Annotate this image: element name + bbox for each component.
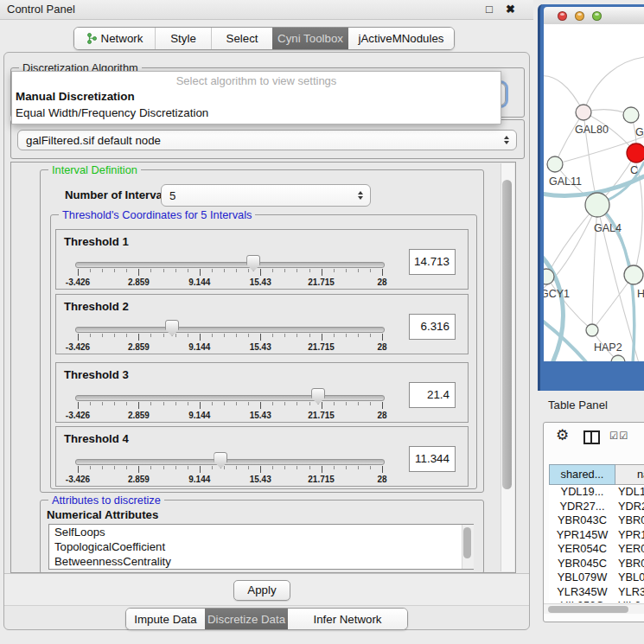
threshold-slider[interactable]: -3.4262.8599.14415.4321.71528 xyxy=(75,387,385,420)
column-header-name[interactable]: na xyxy=(615,464,644,485)
interval-definition-title: Interval Definition xyxy=(48,163,141,176)
spinner-arrows-icon[interactable] xyxy=(504,136,509,144)
table-rows: YDL19...YDL1YDR27...YDR2YBR043CYBR0YPR14… xyxy=(549,485,644,603)
table-row[interactable]: YBR043CYBR0 xyxy=(549,513,644,528)
network-node-label: GA xyxy=(635,126,644,138)
tab-label: Discretize Data xyxy=(207,613,285,626)
zoom-traffic-light-icon[interactable] xyxy=(592,11,602,21)
threshold-value-field[interactable]: 6.316 xyxy=(409,314,456,340)
tab-select[interactable]: Select xyxy=(211,28,272,49)
tab-label: Cyni Toolbox xyxy=(277,32,343,45)
bottom-tab-bar: Impute Data Discretize Data Infer Networ… xyxy=(125,608,408,630)
threshold-value-field[interactable]: 21.4 xyxy=(409,382,456,408)
slider-track[interactable] xyxy=(75,327,385,333)
attribute-list-item[interactable]: SelfLoops xyxy=(49,525,473,539)
slider-tick-labels: -3.4262.8599.14415.4321.71528 xyxy=(78,475,382,484)
spinner-arrows-icon[interactable] xyxy=(358,191,363,200)
tab-jactivemnodules[interactable]: jActiveMNodules xyxy=(348,28,454,49)
threshold-panel-1: Threshold 1 -3.4262.8599.14415.4321.7152… xyxy=(55,229,469,290)
table-row[interactable]: YIL052CYIL0 xyxy=(549,599,644,603)
network-node[interactable] xyxy=(627,143,644,163)
table-row[interactable]: YLR345WYLR3 xyxy=(549,585,644,600)
divider xyxy=(4,605,529,606)
slider-ticks xyxy=(78,269,382,276)
minimize-traffic-light-icon[interactable] xyxy=(575,11,584,21)
network-node[interactable] xyxy=(544,269,554,284)
table-row[interactable]: YDR27...YDR2 xyxy=(549,500,644,514)
threshold-value-field[interactable]: 11.344 xyxy=(409,446,456,472)
control-panel-titlebar: Control Panel □ ✖ xyxy=(0,0,533,20)
tab-label: Network xyxy=(101,32,143,45)
dropdown-option-equal-width[interactable]: Equal Width/Frequency Discretization xyxy=(12,105,501,121)
tab-network[interactable]: Network xyxy=(74,28,155,49)
number-of-intervals-combobox[interactable]: 5 xyxy=(161,184,371,207)
number-of-intervals-label: Number of Intervals xyxy=(65,188,172,201)
attributes-section-title: Attributes to discretize xyxy=(48,494,164,507)
threshold-slider[interactable]: -3.4262.8599.14415.4321.71528 xyxy=(75,254,385,287)
dropdown-option-manual[interactable]: Manual Discretization xyxy=(12,88,501,105)
threshold-panel-2: Threshold 2 -3.4262.8599.14415.4321.7152… xyxy=(55,294,469,354)
numerical-attributes-list[interactable]: SelfLoopsTopologicalCoefficientBetweenne… xyxy=(48,524,474,570)
attribute-list-item[interactable]: BetweennessCentrality xyxy=(49,554,473,569)
horizontal-scrollbar[interactable] xyxy=(544,603,644,614)
tab-label: Impute Data xyxy=(134,613,196,626)
close-traffic-light-icon[interactable] xyxy=(558,11,567,21)
network-node[interactable] xyxy=(624,265,643,284)
table-panel-title: Table Panel xyxy=(548,399,608,411)
slider-track[interactable] xyxy=(75,459,385,465)
screen: Control Panel □ ✖ Network Style Select xyxy=(0,0,644,644)
list-scrollbar-thumb[interactable] xyxy=(463,527,471,558)
network-node[interactable] xyxy=(623,107,639,123)
slider-track[interactable] xyxy=(75,395,385,401)
attribute-list-item[interactable]: TopologicalCoefficient xyxy=(49,539,473,554)
slider-ticks xyxy=(78,334,382,341)
network-node[interactable] xyxy=(585,193,609,217)
table-data-combobox[interactable]: galFiltered.sif default node xyxy=(17,130,517,150)
checkboxes-icon[interactable]: ☑☑ xyxy=(609,430,629,442)
threshold-value-field[interactable]: 14.713 xyxy=(409,249,456,275)
tab-discretize-data[interactable]: Discretize Data xyxy=(205,609,288,629)
combobox-value: galFiltered.sif default node xyxy=(26,134,161,147)
tab-label: jActiveMNodules xyxy=(358,32,443,45)
threshold-slider[interactable]: -3.4262.8599.14415.4321.71528 xyxy=(75,451,385,484)
network-icon xyxy=(86,33,97,44)
network-node[interactable] xyxy=(547,156,563,172)
threshold-panel-4: Threshold 4 -3.4262.8599.14415.4321.7152… xyxy=(55,426,469,487)
column-header-shared-name[interactable]: shared... xyxy=(549,464,615,485)
tab-style[interactable]: Style xyxy=(155,28,211,49)
slider-track[interactable] xyxy=(75,262,385,268)
network-node-label: GAL80 xyxy=(575,124,609,136)
slider-tick-labels: -3.4262.8599.14415.4321.71528 xyxy=(78,411,382,420)
threshold-slider[interactable]: -3.4262.8599.14415.4321.71528 xyxy=(75,319,385,352)
dropdown-hint: Select algorithm to view settings xyxy=(12,72,501,88)
network-node-label: H xyxy=(637,288,644,300)
network-node-label: GAL11 xyxy=(549,175,582,188)
network-node-label: C xyxy=(630,164,638,176)
network-canvas[interactable]: GAL80GACGAL11GAL4GCY1HHAP2 xyxy=(544,24,644,361)
network-node[interactable] xyxy=(586,324,598,336)
float-window-icon[interactable]: □ xyxy=(486,3,493,16)
table-row[interactable]: YER054CYER0 xyxy=(549,542,644,557)
apply-button[interactable]: Apply xyxy=(233,580,290,601)
table-row[interactable]: YDL19...YDL1 xyxy=(549,485,644,500)
combobox-value: 5 xyxy=(169,189,175,202)
table-panel: ⚙ ☑☑ shared... na YDL19...YDL1YDR27...YD… xyxy=(543,422,644,622)
table-row[interactable]: YBR045CYBR0 xyxy=(549,557,644,571)
table-row[interactable]: YPR145WYPR1 xyxy=(549,528,644,543)
table-header: shared... na xyxy=(549,464,644,485)
table-row[interactable]: YBL079WYBL0 xyxy=(549,571,644,585)
tab-label: Select xyxy=(226,32,258,45)
columns-icon[interactable] xyxy=(583,430,600,444)
scrollbar-thumb[interactable] xyxy=(502,180,512,489)
gear-icon[interactable]: ⚙ xyxy=(556,426,569,445)
horizontal-scrollbar-thumb[interactable] xyxy=(548,606,628,613)
network-node-label: GCY1 xyxy=(544,288,570,300)
slider-tick-labels: -3.4262.8599.14415.4321.71528 xyxy=(78,277,382,287)
threshold-panel-3: Threshold 3 -3.4262.8599.14415.4321.7152… xyxy=(55,362,469,423)
slider-tick-labels: -3.4262.8599.14415.4321.71528 xyxy=(78,342,382,352)
network-node[interactable] xyxy=(576,105,591,120)
close-icon[interactable]: ✖ xyxy=(506,3,515,16)
tab-impute-data[interactable]: Impute Data xyxy=(126,609,205,629)
tab-infer-network[interactable]: Infer Network xyxy=(288,609,407,629)
tab-cyni-toolbox[interactable]: Cyni Toolbox xyxy=(272,28,348,49)
